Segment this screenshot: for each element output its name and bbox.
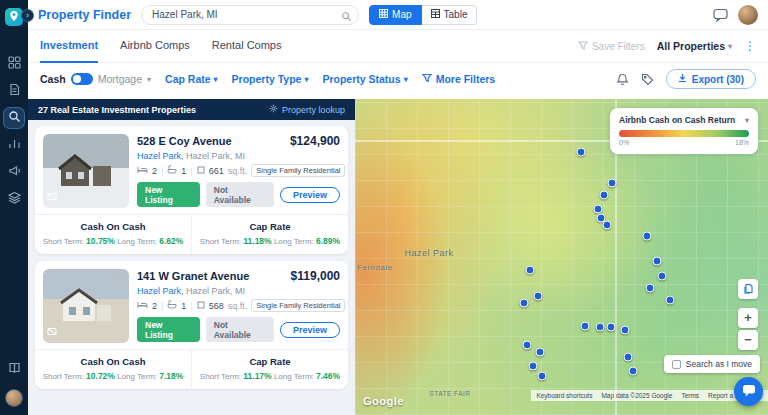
tab-rental-comps[interactable]: Rental Comps bbox=[212, 30, 282, 63]
city-link[interactable]: Hazel Park, bbox=[137, 151, 184, 161]
property-marker[interactable] bbox=[595, 322, 604, 331]
preview-button[interactable]: Preview bbox=[280, 322, 340, 338]
notification-bell-icon[interactable] bbox=[616, 73, 629, 86]
preview-button[interactable]: Preview bbox=[280, 187, 340, 203]
sidebar-item-documents[interactable] bbox=[4, 81, 24, 101]
property-specs: 2 | 1 | 568 sq.ft. Single Family Residen… bbox=[137, 299, 340, 312]
cash-mortgage-toggle[interactable] bbox=[71, 73, 93, 85]
sidebar-collapse-button[interactable]: › bbox=[21, 9, 34, 22]
property-marker[interactable] bbox=[652, 257, 661, 266]
property-lookup-button[interactable]: Property lookup bbox=[269, 104, 345, 115]
legend-gradient-bar bbox=[619, 130, 749, 137]
search-icon[interactable] bbox=[341, 8, 352, 26]
short-term-label: Short Term: bbox=[43, 372, 84, 381]
more-options-kebab[interactable]: ⋮ bbox=[744, 39, 756, 53]
property-marker[interactable] bbox=[529, 361, 538, 370]
property-marker[interactable] bbox=[623, 352, 632, 361]
sidebar-user-avatar[interactable] bbox=[5, 389, 23, 407]
save-filters-label: Save Filters bbox=[592, 41, 645, 52]
property-marker[interactable] bbox=[602, 221, 611, 230]
cash-label: Cash bbox=[40, 73, 66, 85]
property-marker[interactable] bbox=[657, 271, 666, 280]
hide-listing-icon[interactable] bbox=[47, 322, 57, 340]
property-address[interactable]: 141 W Granet Avenue bbox=[137, 270, 249, 282]
tab-airbnb-comps[interactable]: Airbnb Comps bbox=[120, 30, 190, 63]
search-as-i-move-toggle[interactable]: Search as I move bbox=[664, 355, 760, 373]
property-marker[interactable] bbox=[642, 231, 651, 240]
baths-count: 1 bbox=[181, 166, 186, 176]
export-button[interactable]: Export (30) bbox=[666, 69, 756, 89]
cap-rate-title: Cap Rate bbox=[196, 221, 344, 232]
property-photo[interactable]: ♡ bbox=[43, 269, 129, 343]
feedback-chat-icon[interactable] bbox=[713, 8, 728, 22]
user-avatar[interactable] bbox=[738, 5, 758, 25]
favorite-heart-icon[interactable]: ♡ bbox=[116, 272, 125, 283]
location-search-input[interactable] bbox=[141, 5, 359, 25]
long-term-label: Long Term: bbox=[117, 372, 157, 381]
property-marker[interactable] bbox=[607, 322, 616, 331]
cap-rate-filter[interactable]: Cap Rate▾ bbox=[165, 73, 218, 85]
save-filters-button[interactable]: Save Filters bbox=[578, 40, 645, 52]
property-price: $119,000 bbox=[291, 269, 340, 283]
property-marker[interactable] bbox=[621, 325, 630, 334]
property-marker[interactable] bbox=[600, 191, 609, 200]
zoom-in-button[interactable]: + bbox=[738, 308, 758, 328]
property-marker[interactable] bbox=[533, 291, 542, 300]
long-term-label: Long Term: bbox=[274, 372, 314, 381]
all-properties-dropdown[interactable]: All Properties ▾ bbox=[657, 40, 732, 52]
saved-search-tag-icon[interactable] bbox=[641, 73, 654, 86]
filter-save-icon bbox=[578, 40, 588, 52]
terms-link[interactable]: Terms bbox=[681, 392, 699, 399]
property-address[interactable]: 528 E Coy Avenue bbox=[137, 135, 232, 147]
property-marker[interactable] bbox=[536, 347, 545, 356]
property-marker[interactable] bbox=[526, 265, 535, 274]
map-docs-button[interactable] bbox=[738, 279, 758, 299]
sidebar-item-dashboard[interactable] bbox=[4, 54, 24, 74]
sidebar-footer bbox=[4, 359, 24, 415]
sidebar-item-property-search[interactable] bbox=[4, 108, 24, 128]
financing-toggle-group: Cash Mortgage ▾ bbox=[40, 73, 151, 85]
cap-long-value: 7.46% bbox=[316, 371, 340, 381]
filters-right-controls: Export (30) bbox=[616, 69, 756, 89]
zoom-out-button[interactable]: − bbox=[738, 330, 758, 350]
sidebar-item-analytics[interactable] bbox=[4, 135, 24, 155]
sidebar-item-resources[interactable] bbox=[4, 359, 24, 379]
short-term-label: Short Term: bbox=[200, 237, 241, 246]
property-marker[interactable] bbox=[576, 148, 585, 157]
property-marker[interactable] bbox=[628, 366, 637, 375]
sidebar-item-marketing[interactable] bbox=[4, 162, 24, 182]
checkbox-icon[interactable] bbox=[672, 360, 681, 369]
long-term-label: Long Term: bbox=[274, 237, 314, 246]
property-type-filter[interactable]: Property Type▾ bbox=[232, 73, 309, 85]
sidebar-item-layers[interactable] bbox=[4, 189, 24, 209]
hide-listing-icon[interactable] bbox=[47, 187, 57, 205]
beds-count: 2 bbox=[152, 166, 157, 176]
map-view-button[interactable]: Map bbox=[369, 5, 421, 25]
property-marker[interactable] bbox=[522, 340, 531, 349]
property-marker[interactable] bbox=[519, 299, 528, 308]
property-marker[interactable] bbox=[538, 371, 547, 380]
property-type-badge: Single Family Residential bbox=[251, 164, 345, 177]
live-chat-button[interactable] bbox=[734, 377, 763, 406]
legend-dropdown[interactable]: Airbnb Cash on Cash Return ▾ bbox=[619, 115, 749, 125]
property-marker[interactable] bbox=[581, 321, 590, 330]
table-view-button[interactable]: Table bbox=[422, 5, 478, 25]
mortgage-label: Mortgage bbox=[98, 73, 142, 85]
city-link[interactable]: Hazel Park, bbox=[137, 286, 184, 296]
favorite-heart-icon[interactable]: ♡ bbox=[116, 137, 125, 148]
page-title: Property Finder bbox=[38, 8, 131, 22]
property-card[interactable]: ♡ 528 E Coy Avenue $124,900 Hazel Park, … bbox=[35, 126, 348, 254]
property-marker[interactable] bbox=[666, 295, 675, 304]
property-marker[interactable] bbox=[607, 179, 616, 188]
property-status-filter[interactable]: Property Status▾ bbox=[322, 73, 407, 85]
map-place-label: Hazel Park bbox=[405, 248, 454, 258]
property-photo[interactable]: ♡ bbox=[43, 134, 129, 208]
keyboard-shortcuts-link[interactable]: Keyboard shortcuts bbox=[536, 392, 592, 399]
map-canvas[interactable]: Hazel ParkFerndaleSTATE FAIR Airbnb Cash… bbox=[355, 99, 768, 415]
chevron-down-icon[interactable]: ▾ bbox=[147, 75, 151, 84]
tab-investment[interactable]: Investment bbox=[40, 30, 98, 63]
property-marker[interactable] bbox=[645, 283, 654, 292]
more-filters-button[interactable]: More Filters bbox=[422, 73, 496, 85]
property-card[interactable]: ♡ 141 W Granet Avenue $119,000 Hazel Par… bbox=[35, 261, 348, 389]
cap-rate-label: Cap Rate bbox=[165, 73, 211, 85]
